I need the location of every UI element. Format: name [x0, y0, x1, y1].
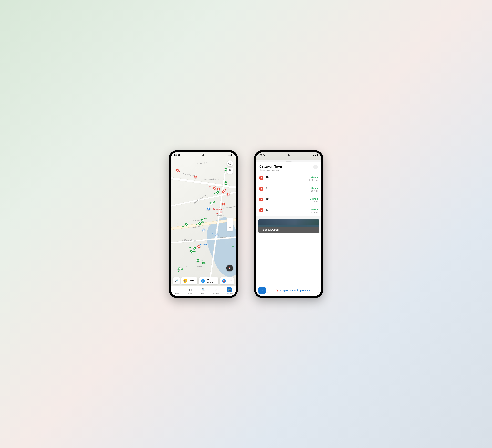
- compass-button[interactable]: [227, 160, 233, 166]
- marker-label: 8: [206, 210, 207, 212]
- home-button[interactable]: 🏠 Домой: [181, 277, 197, 284]
- close-icon: ✕: [315, 166, 317, 168]
- clock: 20:04: [259, 154, 265, 156]
- nav-menu[interactable]: ☰ Меню: [171, 286, 184, 296]
- mic-icon: 🎤: [175, 279, 178, 282]
- transit-marker[interactable]: ▣: [219, 210, 223, 214]
- metro-label[interactable]: Тульская: [213, 208, 222, 210]
- city-icon: ◧: [188, 287, 193, 292]
- transit-header: Стадион Труд Остановка трамвая ✕: [256, 162, 321, 173]
- scale-bar: 185 м: [174, 223, 178, 225]
- transit-marker[interactable]: ▣: [217, 188, 220, 191]
- transit-footer: ⤭ 🔖 Сохранить в Мой транспорт: [256, 285, 321, 296]
- close-button[interactable]: ✕: [313, 165, 318, 169]
- marker-label: м5: [213, 201, 215, 203]
- route-row[interactable]: ▣ 47 16 мин 17 мин: [256, 206, 321, 216]
- bottom-nav: ☰ Меню ◧ Город 🔍 Поиск ⤭ Маршруты 🚌: [171, 286, 236, 296]
- nav-city[interactable]: ◧ Город: [184, 286, 197, 296]
- marker-label: 47: [216, 213, 218, 215]
- food-button[interactable]: 🍴 Где поесть: [199, 277, 219, 284]
- home-icon: 🏠: [183, 279, 187, 283]
- nav-search[interactable]: 🔍 Поиск: [197, 286, 210, 296]
- save-transport-button[interactable]: 🔖 Сохранить в Мой транспорт: [267, 287, 319, 294]
- nav-transport[interactable]: 🚌 Транспорт: [223, 286, 236, 296]
- search-icon: 🔍: [201, 287, 206, 292]
- transit-marker[interactable]: ▣: [194, 175, 197, 178]
- route-next: 16 мин: [310, 190, 318, 192]
- clock: 20:04: [174, 154, 180, 156]
- gas-icon: ⛽: [222, 279, 226, 283]
- marker-label: 44: [182, 225, 184, 227]
- nav-routes[interactable]: ⤭ Маршруты: [210, 286, 223, 296]
- transit-marker[interactable]: ▣: [196, 259, 200, 262]
- transit-marker[interactable]: ▣: [185, 223, 188, 226]
- nav-label: Поиск: [201, 293, 205, 294]
- tram-icon: ▣: [259, 176, 263, 180]
- menu-icon: ☰: [175, 287, 180, 292]
- svg-marker-2: [229, 268, 230, 269]
- voice-button[interactable]: 🎤: [173, 277, 180, 284]
- route-icon: ⤭: [261, 289, 263, 292]
- map[interactable]: Ул. Татищева Серпуховский Вал Даниловски…: [171, 152, 236, 296]
- marker-label: 40: [212, 233, 214, 235]
- zoom-in-button[interactable]: +: [227, 218, 233, 224]
- panorama-icon: 👁: [261, 221, 317, 224]
- transit-marker[interactable]: ▣: [222, 190, 225, 193]
- route-next: 14, 28 мин: [308, 179, 318, 181]
- street-label: Даниловский рынок: [204, 178, 219, 180]
- transit-marker[interactable]: ▣: [190, 250, 193, 253]
- marker-label: т71: [224, 183, 227, 185]
- marker-label: 8: [203, 228, 204, 230]
- street-label: MUT Отель Тульская: [186, 265, 202, 267]
- marker-label: т10: [224, 181, 227, 183]
- transit-marker[interactable]: ▣: [193, 247, 196, 250]
- tram-icon: ▣: [259, 187, 263, 191]
- route-eta: 8 мин: [310, 187, 318, 189]
- save-label: Сохранить в Мой транспорт: [280, 289, 310, 292]
- marker-label: 700с: [202, 262, 206, 264]
- battery-icon: ▮: [231, 154, 233, 156]
- build-route-button[interactable]: ⤭: [258, 287, 266, 294]
- transit-marker[interactable]: ▣: [215, 233, 218, 237]
- route-next: 21 мин: [309, 200, 318, 203]
- parking-button[interactable]: P: [227, 168, 233, 174]
- battery-icon: ▮: [317, 154, 318, 156]
- marker-label: 39: [197, 177, 199, 179]
- nav-label: Город: [188, 293, 192, 294]
- marker-label: 39: [209, 186, 211, 188]
- panorama-button[interactable]: 👁 Панорама улицы: [258, 219, 319, 233]
- compass-icon: [228, 162, 232, 165]
- transit-marker[interactable]: ▣: [176, 169, 179, 172]
- route-times: 4 мин 14, 28 мин: [308, 176, 318, 181]
- transit-marker[interactable]: ▣: [209, 201, 213, 205]
- transit-marker[interactable]: ▣: [177, 267, 181, 270]
- marker-label: 186: [200, 260, 203, 262]
- routes-list: ▣ 16 4 мин 14, 28 мин ▣ 3 8 мин 16 мин: [256, 173, 321, 216]
- transit-marker[interactable]: ▣: [222, 202, 225, 206]
- compass-nav-button[interactable]: [226, 265, 233, 271]
- transit-marker[interactable]: ▣: [198, 222, 201, 225]
- screen-transit: 20:04 ▾ ▴ ▮ Стадион Труд Остановка трамв…: [256, 152, 321, 296]
- status-icons: ▾ ▴ ▮: [313, 154, 318, 156]
- nav-label: Маршруты: [213, 293, 220, 294]
- screen-map: 20:04 ▾ ▴ ▮ Ул. Татищева Серпуховский Ва…: [171, 152, 236, 296]
- svg-marker-1: [229, 267, 230, 268]
- zoom-out-button[interactable]: −: [227, 224, 233, 231]
- rail-label[interactable]: Тульская: [199, 243, 207, 245]
- gas-button[interactable]: ⛽ АЗС: [220, 277, 234, 284]
- quick-actions: 🎤 🏠 Домой 🍴 Где поесть ⛽ АЗС: [173, 277, 234, 284]
- transit-marker[interactable]: ▣: [207, 207, 210, 210]
- food-icon: 🍴: [201, 279, 205, 283]
- marker-label: т10: [193, 250, 196, 252]
- route-row[interactable]: ▣ 16 4 мин 14, 28 мин: [256, 173, 321, 184]
- gas-label: АЗС: [227, 280, 232, 282]
- tram-icon: ▣: [259, 198, 263, 201]
- marker-label: 41: [196, 224, 198, 226]
- route-row[interactable]: ▣ 3 8 мин 16 мин: [256, 184, 321, 195]
- transit-marker[interactable]: ▣: [197, 245, 200, 248]
- transit-marker[interactable]: ▣: [216, 191, 219, 194]
- transport-icon: 🚌: [227, 287, 232, 292]
- status-icons: ▾ ▴ ▮: [228, 154, 233, 156]
- route-row[interactable]: ▣ 49 14 мин 21 мин: [256, 195, 321, 206]
- marker-label: А: [215, 186, 216, 188]
